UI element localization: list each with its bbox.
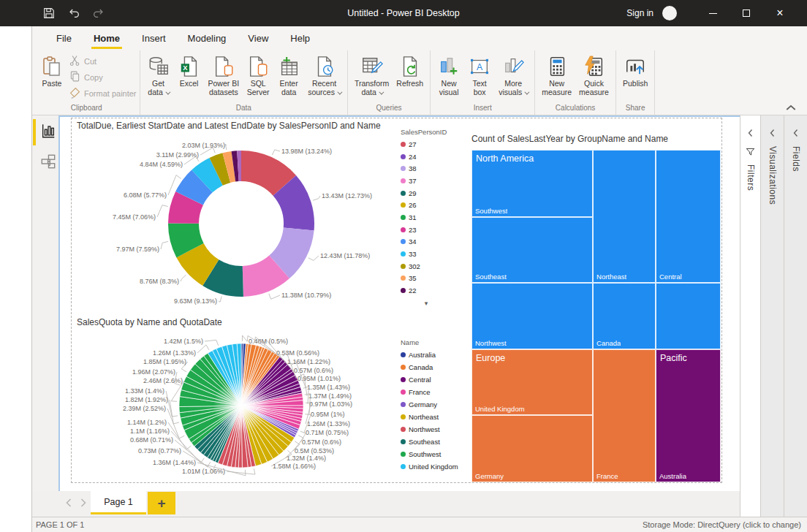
quick-measure-button[interactable]: Quickmeasure bbox=[575, 54, 613, 99]
treemap-cell-southwest[interactable]: North AmericaSouthwest bbox=[471, 150, 593, 217]
treemap-cell-northwest[interactable]: Northwest bbox=[471, 283, 593, 349]
cut-button[interactable]: Cut bbox=[69, 54, 137, 68]
donut-chart-visual[interactable]: TotalDue, Earliest StartDate and Latest … bbox=[71, 118, 468, 314]
add-page-button[interactable]: + bbox=[148, 492, 175, 514]
report-view-icon[interactable] bbox=[40, 123, 56, 139]
legend-item[interactable]: 22 bbox=[401, 284, 452, 297]
legend-item[interactable]: 24 bbox=[401, 151, 452, 163]
legend-item[interactable]: 31 bbox=[401, 211, 452, 224]
legend-item[interactable]: Southwest bbox=[401, 448, 458, 460]
avatar[interactable] bbox=[662, 6, 677, 20]
sql-server-button[interactable]: SQLServer bbox=[243, 54, 273, 99]
page-tab[interactable]: Page 1 bbox=[91, 491, 146, 514]
legend-item[interactable]: 302 bbox=[401, 260, 452, 273]
panel-filters[interactable]: Filters bbox=[740, 115, 760, 517]
paste-button[interactable]: Paste bbox=[37, 54, 67, 89]
copy-button[interactable]: Copy bbox=[69, 70, 137, 84]
excel-button[interactable]: XExcel bbox=[174, 54, 205, 89]
treemap-cell-northeast[interactable]: Northeast bbox=[593, 150, 656, 283]
group-label: Insert bbox=[433, 103, 531, 115]
treemap-cell-germany[interactable]: Germany bbox=[471, 415, 593, 482]
dropdown-chevron-icon bbox=[337, 90, 342, 95]
text-box-button[interactable]: ATextbox bbox=[464, 54, 495, 99]
legend-item[interactable]: 33 bbox=[401, 248, 452, 260]
panel-visualizations[interactable]: Visualizations bbox=[760, 115, 784, 517]
legend-item[interactable]: Northeast bbox=[401, 411, 458, 423]
menu-tab-insert[interactable]: Insert bbox=[131, 28, 177, 50]
save-icon[interactable] bbox=[42, 7, 56, 20]
legend-item[interactable]: 38 bbox=[401, 162, 452, 175]
treemap-cell-united-kingdom[interactable]: EuropeUnited Kingdom bbox=[471, 349, 593, 415]
legend-item[interactable]: Northwest bbox=[401, 423, 458, 436]
legend-item[interactable]: 27 bbox=[401, 138, 452, 151]
legend-dot bbox=[401, 390, 406, 395]
legend-item[interactable]: Canada bbox=[401, 361, 458, 373]
new-visual-button[interactable]: Newvisual bbox=[433, 54, 464, 99]
treemap-visual[interactable]: Count of SalesLastYear by GroupName and … bbox=[468, 118, 722, 484]
undo-icon[interactable] bbox=[67, 7, 80, 20]
treemap-cell-canada[interactable]: Canada bbox=[593, 283, 656, 349]
ribbon-collapse-button[interactable] bbox=[785, 102, 797, 110]
previous-page-icon[interactable] bbox=[65, 498, 72, 511]
legend-item[interactable]: 23 bbox=[401, 224, 452, 236]
panel-fields[interactable]: Fields bbox=[784, 115, 807, 517]
pie-chart-visual[interactable]: SalesQuota by Name and QuotaDate 0.48M (… bbox=[71, 314, 468, 484]
data-label: 8.76M (8.3%) bbox=[140, 278, 179, 285]
legend-item[interactable]: 34 bbox=[401, 236, 452, 248]
legend-item[interactable]: France bbox=[401, 386, 458, 398]
legend-dot bbox=[401, 427, 406, 432]
maximize-button[interactable] bbox=[730, 0, 763, 26]
refresh-button[interactable]: Refresh bbox=[393, 54, 427, 89]
legend-item[interactable]: 37 bbox=[401, 175, 452, 187]
report-canvas[interactable]: TotalDue, Earliest StartDate and Latest … bbox=[58, 115, 740, 491]
expand-panel-icon[interactable] bbox=[768, 127, 777, 136]
expand-panel-icon[interactable] bbox=[746, 127, 755, 136]
legend-label: 34 bbox=[409, 238, 417, 246]
treemap-cell-label: Northwest bbox=[475, 339, 507, 347]
group-label: Calculations bbox=[538, 103, 613, 115]
minimize-button[interactable] bbox=[696, 0, 730, 26]
legend-item[interactable]: Southeast bbox=[401, 436, 458, 448]
recent-sources-button[interactable]: Recentsources bbox=[304, 54, 344, 99]
menu-tab-view[interactable]: View bbox=[237, 28, 279, 50]
data-label: 6.08M (5.77%) bbox=[124, 191, 167, 199]
format-painter-button[interactable]: Format painter bbox=[69, 86, 137, 100]
treemap-cell[interactable] bbox=[656, 283, 721, 349]
legend-item[interactable]: Australia bbox=[401, 349, 458, 361]
treemap-cell-label: France bbox=[596, 472, 618, 480]
new-measure-button[interactable]: Newmeasure bbox=[538, 54, 575, 99]
legend-item[interactable]: Germany bbox=[401, 398, 458, 411]
data-label: 9.63M (9.13%) bbox=[174, 297, 217, 305]
menu-tab-modeling[interactable]: Modeling bbox=[177, 28, 238, 50]
legend-item[interactable]: 29 bbox=[401, 187, 452, 200]
treemap-cell-france[interactable]: France bbox=[593, 349, 656, 482]
power-bi-datasets-button[interactable]: Power BIdatasets bbox=[205, 54, 243, 99]
publish-button[interactable]: Publish bbox=[619, 54, 651, 89]
legend-item[interactable]: 35 bbox=[401, 273, 452, 285]
storage-mode-status[interactable]: Storage Mode: DirectQuery (click to chan… bbox=[643, 520, 807, 529]
more-visuals-button[interactable]: Morevisuals bbox=[495, 54, 531, 99]
menu-tab-file[interactable]: File bbox=[45, 28, 83, 50]
close-button[interactable]: × bbox=[763, 0, 797, 26]
legend-item[interactable]: 26 bbox=[401, 199, 452, 211]
treemap-cell-central[interactable]: Central bbox=[656, 150, 721, 283]
enter-data-button[interactable]: Enterdata bbox=[273, 54, 304, 99]
ribbon-area: FileHomeInsertModelingViewHelp PasteCutC… bbox=[31, 26, 807, 115]
menu-tab-help[interactable]: Help bbox=[279, 28, 321, 50]
model-view-icon[interactable] bbox=[40, 153, 56, 170]
sign-in-button[interactable]: Sign in bbox=[626, 8, 653, 18]
legend-label: 38 bbox=[409, 164, 417, 172]
legend-item[interactable]: Central bbox=[401, 373, 458, 386]
data-label: 1.1M (1.16%) bbox=[130, 428, 170, 435]
redo-icon[interactable] bbox=[92, 7, 105, 20]
legend-item[interactable]: United Kingdom bbox=[401, 460, 458, 473]
expand-panel-icon[interactable] bbox=[792, 127, 800, 136]
treemap-cell-southeast[interactable]: Southeast bbox=[471, 217, 593, 283]
data-label: 1.58M (1.66%) bbox=[273, 463, 316, 470]
next-page-icon[interactable] bbox=[80, 498, 87, 511]
transform-data-button[interactable]: Transformdata bbox=[351, 54, 393, 99]
menu-tab-home[interactable]: Home bbox=[83, 28, 131, 50]
legend-scroll-down-icon[interactable]: ▾ bbox=[401, 300, 452, 307]
get-data-button[interactable]: Getdata bbox=[143, 54, 174, 99]
treemap-cell-australia[interactable]: PacificAustralia bbox=[656, 349, 721, 482]
